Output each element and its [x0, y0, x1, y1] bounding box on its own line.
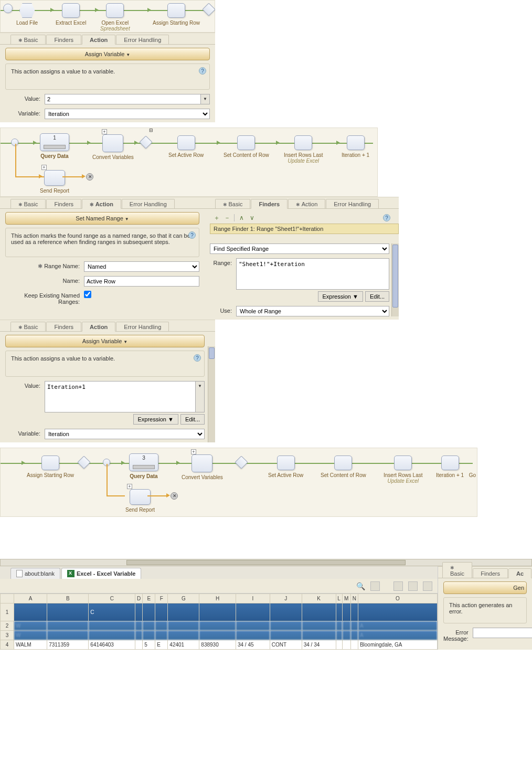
help-icon[interactable]: ?	[194, 354, 201, 362]
col-header[interactable]: G	[168, 594, 199, 603]
zoom-icon[interactable]: 🔍	[356, 582, 365, 590]
branch-node[interactable]	[237, 458, 246, 469]
iteration-plus-1-node[interactable]	[441, 456, 459, 470]
remove-icon[interactable]: －	[224, 214, 231, 221]
col-header[interactable]: O	[358, 594, 437, 603]
row-header[interactable]: 3	[1, 631, 14, 640]
action-type-dropdown[interactable]: Assign Variable▼	[5, 335, 205, 347]
tab-action[interactable]: Action	[288, 199, 325, 208]
expression-dropdown[interactable]: Expression ▼	[133, 414, 178, 425]
help-icon[interactable]: ?	[199, 67, 206, 75]
select-all-cell[interactable]	[1, 594, 14, 603]
col-header[interactable]: D	[135, 594, 143, 603]
edit-button[interactable]: Edit...	[365, 291, 389, 302]
tool-icon-2[interactable]	[393, 581, 403, 591]
col-header[interactable]: N	[350, 594, 358, 603]
col-header[interactable]: J	[270, 594, 302, 603]
col-header[interactable]: I	[236, 594, 270, 603]
vertical-scrollbar[interactable]	[208, 346, 215, 442]
variable-select[interactable]: Iteration	[45, 429, 205, 439]
tab-error-handling[interactable]: Error Handling	[122, 199, 175, 208]
start-branch[interactable]	[11, 139, 18, 148]
col-header[interactable]: A	[14, 594, 47, 603]
tab-error-handling[interactable]: Error Handling	[116, 35, 169, 44]
col-header[interactable]: F	[155, 594, 168, 603]
send-report-node[interactable]	[130, 489, 151, 505]
set-active-row-node[interactable]	[177, 135, 195, 150]
query-data-node[interactable]: 3	[129, 453, 158, 471]
edit-button[interactable]: Edit...	[180, 414, 205, 425]
expand-icon[interactable]: +	[191, 449, 196, 454]
col-header[interactable]: K	[302, 594, 336, 603]
value-expression-input[interactable]: Iteration+1	[45, 381, 196, 412]
tab-basic[interactable]: Basic	[10, 199, 46, 208]
range-expression-input[interactable]: "Sheet1!"+Iteration	[236, 258, 389, 290]
vertical-scrollbar[interactable]	[391, 243, 399, 316]
action-type-dropdown[interactable]: Set Named Range▼	[5, 212, 199, 225]
tab-action[interactable]: Action	[82, 199, 121, 209]
collapse-icon[interactable]: ⊟	[148, 128, 154, 133]
set-active-row-node[interactable]	[277, 456, 295, 470]
tab-basic[interactable]: Basic	[442, 562, 472, 578]
iteration-plus-1-node[interactable]	[347, 135, 365, 150]
col-header[interactable]: M	[342, 594, 350, 603]
branch-node[interactable]	[79, 458, 89, 469]
add-icon[interactable]: ＋	[213, 214, 220, 221]
tab-error-handling[interactable]: Error Handling	[116, 322, 169, 331]
tool-icon-4[interactable]	[423, 581, 432, 591]
expand-icon[interactable]: +	[41, 165, 47, 170]
action-type-dropdown[interactable]: Assign Variable▼	[5, 48, 210, 60]
expand-icon[interactable]: +	[127, 484, 132, 489]
end-node[interactable]: ✕	[86, 173, 93, 181]
load-file-node[interactable]	[19, 3, 35, 18]
name-input[interactable]	[84, 276, 199, 287]
tool-icon-1[interactable]	[370, 581, 380, 591]
error-message-input[interactable]	[473, 628, 532, 638]
tab-finders[interactable]: Finders	[46, 322, 81, 331]
up-icon[interactable]: ∧	[238, 214, 245, 221]
branch-node[interactable]	[141, 137, 151, 149]
tab-basic[interactable]: Basic	[10, 322, 46, 331]
extract-excel-node[interactable]	[62, 3, 80, 18]
range-finder-header[interactable]: Range Finder 1: Range "Sheet1!"+Iteratio…	[210, 224, 399, 234]
col-header[interactable]: B	[47, 594, 89, 603]
start-node[interactable]	[3, 4, 13, 15]
value-dropdown-icon[interactable]: ▼	[200, 94, 210, 104]
tab-action[interactable]: Ac	[508, 568, 531, 578]
value-input[interactable]	[45, 94, 201, 104]
tab-finders[interactable]: Finders	[473, 568, 508, 578]
use-select[interactable]: Whole of Range	[236, 306, 389, 316]
file-tab-blank[interactable]: about:blank	[10, 568, 60, 579]
col-header[interactable]: C	[89, 594, 135, 603]
branch-node[interactable]	[204, 5, 214, 16]
keep-ranges-checkbox[interactable]	[84, 291, 91, 298]
col-header[interactable]: E	[143, 594, 155, 603]
tab-error-handling[interactable]: Error Handling	[326, 199, 379, 208]
set-content-row-node[interactable]	[237, 135, 255, 150]
tab-action[interactable]: Action	[82, 322, 115, 332]
help-icon[interactable]: ?	[188, 231, 196, 239]
action-type-dropdown[interactable]: Gen	[443, 581, 527, 594]
col-header[interactable]: L	[336, 594, 342, 603]
down-icon[interactable]: ∨	[248, 214, 256, 221]
insert-rows-last-node[interactable]	[394, 456, 412, 470]
spreadsheet-grid[interactable]: A B C D E F G H I J K L M N O 1 C	[0, 594, 438, 650]
tool-icon-3[interactable]	[408, 581, 418, 591]
find-range-select[interactable]: Find Specified Range	[210, 243, 389, 254]
tab-basic[interactable]: Basic	[10, 35, 46, 44]
expand-icon[interactable]: +	[102, 129, 107, 134]
file-tab-excel[interactable]: Excel - Excel Variable	[61, 568, 142, 579]
insert-rows-last-node[interactable]	[294, 135, 312, 150]
tab-finders[interactable]: Finders	[251, 199, 288, 209]
convert-variables-node[interactable]	[191, 454, 212, 472]
assign-starting-row-node[interactable]	[167, 3, 185, 18]
expression-dropdown[interactable]: Expression ▼	[318, 291, 363, 302]
value-dropdown-icon[interactable]: ▼	[195, 381, 205, 412]
set-content-row-node[interactable]	[334, 456, 352, 470]
row-header[interactable]: 4	[1, 640, 14, 650]
convert-variables-node[interactable]	[102, 134, 123, 152]
tab-finders[interactable]: Finders	[46, 35, 81, 44]
assign-starting-row-node[interactable]	[41, 456, 59, 470]
tab-finders[interactable]: Finders	[46, 199, 81, 208]
col-header[interactable]: H	[199, 594, 236, 603]
